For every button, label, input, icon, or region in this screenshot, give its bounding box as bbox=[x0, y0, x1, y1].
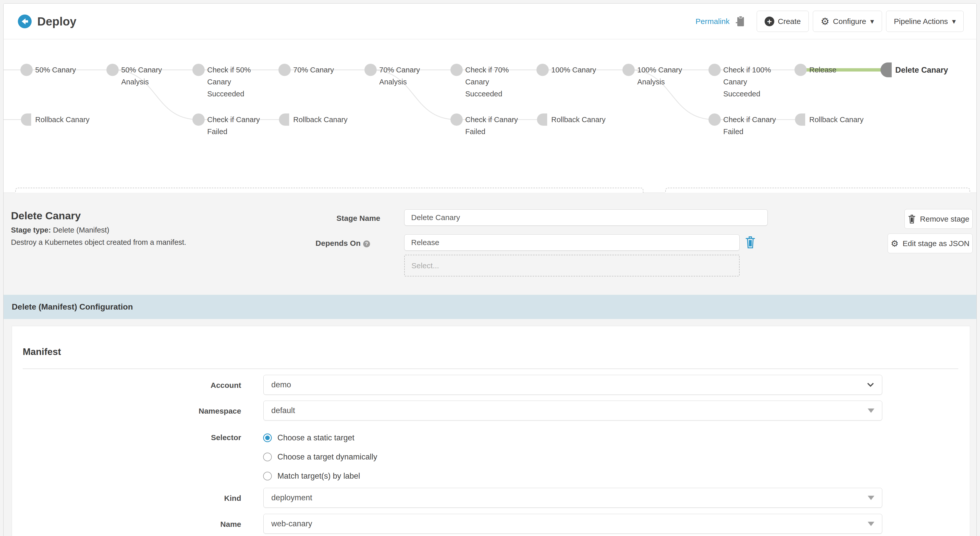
stage-node-label[interactable]: Check if 70% Canary Succeeded bbox=[465, 64, 525, 100]
selector-option-label[interactable]: Match target(s) by label bbox=[277, 471, 360, 480]
name-label: Name bbox=[22, 520, 241, 529]
stage-node-label[interactable]: Check if Canary Failed bbox=[723, 114, 783, 138]
stage-node-label[interactable]: Rollback Canary bbox=[293, 114, 352, 126]
edit-stage-json-button[interactable]: ⚙ Edit stage as JSON bbox=[888, 233, 973, 253]
manifest-heading: Manifest bbox=[23, 347, 61, 357]
chevron-down-icon bbox=[867, 382, 874, 387]
depends-on-input[interactable]: Release bbox=[404, 234, 740, 251]
depends-on-label: Depends On? bbox=[268, 239, 370, 247]
pipeline-graph: 50% Canary50% Canary AnalysisCheck if 50… bbox=[3, 39, 977, 193]
divider bbox=[23, 368, 958, 369]
stage-node-canary-100[interactable] bbox=[536, 64, 549, 76]
selector-label: Selector bbox=[22, 433, 241, 442]
stage-node-label[interactable]: Check if Canary Failed bbox=[465, 114, 525, 138]
stage-node-check-50[interactable] bbox=[192, 64, 205, 76]
chevron-down-icon: ▼ bbox=[870, 19, 874, 24]
stage-node-label[interactable]: Rollback Canary bbox=[551, 114, 611, 126]
selector-option-label[interactable]: Choose a static target bbox=[277, 433, 355, 442]
stage-node-rollback-4[interactable] bbox=[795, 114, 805, 126]
stage-node-label[interactable]: Delete Canary bbox=[895, 64, 977, 76]
stage-node-label[interactable]: 70% Canary Analysis bbox=[379, 64, 438, 88]
selector-option-row: Choose a static target bbox=[263, 433, 355, 442]
depends-on-select[interactable]: Select... bbox=[404, 255, 740, 276]
name-select[interactable]: web-canary bbox=[263, 514, 882, 534]
stage-node-canary-70[interactable] bbox=[278, 64, 291, 76]
chevron-down-icon: ▼ bbox=[952, 19, 956, 24]
selector-option-row: Choose a target dynamically bbox=[263, 452, 377, 461]
gear-icon: ⚙ bbox=[891, 239, 898, 248]
stage-node-check-failed-2[interactable] bbox=[450, 114, 463, 126]
stage-node-label[interactable]: 100% Canary Analysis bbox=[637, 64, 697, 88]
stage-node-analysis-70[interactable] bbox=[364, 64, 377, 76]
stage-node-check-failed-1[interactable] bbox=[192, 114, 205, 126]
radio-selected[interactable] bbox=[263, 433, 272, 442]
permalink-link[interactable]: Permalink bbox=[695, 17, 729, 26]
clipboard-icon[interactable] bbox=[735, 16, 746, 27]
stage-node-label[interactable]: 50% Canary bbox=[35, 64, 94, 76]
config-section-body: Manifest Account demo Namespace default … bbox=[3, 319, 977, 536]
help-icon[interactable]: ? bbox=[363, 241, 370, 247]
stage-node-check-100[interactable] bbox=[708, 64, 721, 76]
caret-down-icon bbox=[868, 409, 874, 413]
stage-node-label[interactable]: Check if Canary Failed bbox=[207, 114, 266, 138]
trash-icon bbox=[908, 214, 916, 224]
back-arrow-icon[interactable] bbox=[18, 14, 32, 28]
configure-button[interactable]: ⚙ Configure ▼ bbox=[813, 11, 882, 32]
stage-type: Stage type: Delete (Manifest) bbox=[11, 226, 109, 234]
kind-select[interactable]: deployment bbox=[263, 488, 882, 508]
account-select[interactable]: demo bbox=[263, 375, 882, 395]
namespace-select[interactable]: default bbox=[263, 401, 882, 420]
stage-node-label[interactable]: Rollback Canary bbox=[809, 114, 869, 126]
account-label: Account bbox=[22, 381, 241, 390]
stage-node-label[interactable]: Rollback Canary bbox=[35, 114, 94, 126]
stage-description: Destroy a Kubernetes object created from… bbox=[11, 238, 186, 247]
remove-stage-button[interactable]: Remove stage bbox=[904, 209, 973, 229]
plus-circle-icon: + bbox=[765, 17, 774, 26]
caret-down-icon bbox=[868, 496, 874, 500]
radio-unselected[interactable] bbox=[263, 453, 272, 461]
create-button[interactable]: + Create bbox=[757, 11, 809, 32]
stage-node-label[interactable]: 70% Canary bbox=[293, 64, 352, 76]
stage-node-canary-50[interactable] bbox=[21, 64, 33, 76]
stage-node-label[interactable]: Check if 100% Canary Succeeded bbox=[723, 64, 783, 100]
stage-node-label[interactable]: 100% Canary bbox=[551, 64, 611, 76]
gear-icon: ⚙ bbox=[821, 17, 829, 26]
stage-details-section: Delete Canary Stage type: Delete (Manife… bbox=[3, 193, 977, 295]
stage-node-analysis-100[interactable] bbox=[622, 64, 635, 76]
namespace-label: Namespace bbox=[22, 407, 241, 415]
stage-node-label[interactable]: Check if 50% Canary Succeeded bbox=[207, 64, 266, 100]
pipeline-actions-button[interactable]: Pipeline Actions ▼ bbox=[886, 11, 964, 32]
stage-node-label[interactable]: 50% Canary Analysis bbox=[121, 64, 180, 88]
stage-node-check-failed-3[interactable] bbox=[708, 114, 721, 126]
stage-name-input[interactable]: Delete Canary bbox=[404, 209, 768, 226]
stage-name-label: Stage Name bbox=[278, 214, 380, 223]
header: Deploy Permalink + Create ⚙ Configure ▼ bbox=[3, 3, 977, 39]
stage-node-rollback-2[interactable] bbox=[279, 114, 289, 126]
stage-node-label[interactable]: Release bbox=[809, 64, 869, 76]
page-title: Deploy bbox=[37, 14, 76, 28]
pipeline-config-panel: Deploy Permalink + Create ⚙ Configure ▼ bbox=[3, 3, 977, 536]
stage-title: Delete Canary bbox=[11, 210, 81, 222]
kind-label: Kind bbox=[22, 494, 241, 503]
selector-option-label[interactable]: Choose a target dynamically bbox=[277, 452, 377, 461]
stage-node-analysis-50[interactable] bbox=[107, 64, 119, 76]
config-section-header[interactable]: Delete (Manifest) Configuration bbox=[3, 295, 977, 319]
manifest-card: Manifest Account demo Namespace default … bbox=[12, 326, 970, 536]
stage-node-rollback-1[interactable] bbox=[21, 114, 31, 126]
stage-node-release[interactable] bbox=[794, 64, 807, 76]
trash-icon[interactable] bbox=[745, 236, 756, 249]
stage-node-rollback-3[interactable] bbox=[537, 114, 547, 126]
stage-node-check-70[interactable] bbox=[450, 64, 463, 76]
radio-unselected[interactable] bbox=[263, 472, 272, 480]
caret-down-icon bbox=[868, 522, 874, 526]
selector-option-row: Match target(s) by label bbox=[263, 471, 360, 480]
